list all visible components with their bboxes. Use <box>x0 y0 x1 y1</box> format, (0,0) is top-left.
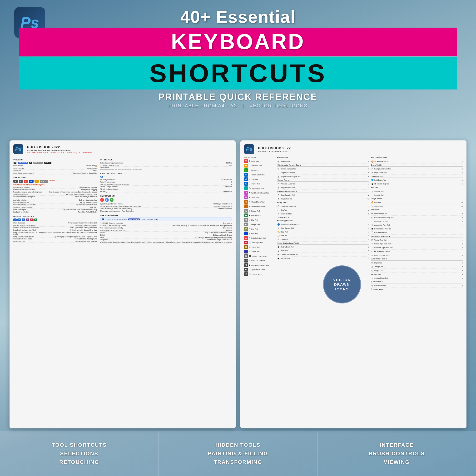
tool-keys-column: Tool shortcut key V ✥ Move Tool M ⬚ Marq… <box>244 157 275 420</box>
left-panel: Ps PHOTOSHOP 2022 EVERY DAY MUST-KNOW KE… <box>10 140 236 428</box>
shortcut-actual-size: Actual Size Ctrl 1 <box>13 170 97 172</box>
ext-freeform-pen: ✒ Freeform Pen Tool P <box>371 212 463 216</box>
ext-3d-mat-drop: ◼ 3D Material Drop Tool G <box>371 182 463 186</box>
sel-add: Add to the selection Shift key & selecti… <box>13 199 97 201</box>
ret-layer: Check layer sampling options in Tool Opt… <box>100 210 232 212</box>
ext-count: # Count Tool I <box>277 238 369 241</box>
ret-sample: Choose a sample point (Healing Brush & C… <box>100 205 232 207</box>
tool-item-w: W ⬚ Object Select Tool <box>244 172 275 177</box>
ext-polygon: ⬡ Polygon Tool U <box>371 269 463 272</box>
ext-content-aware: ✥ Content-Aware Move Tool J <box>277 253 369 256</box>
tool-item-c: C ⌗ Crop Tool <box>244 177 275 181</box>
ext-convert-point: ⌒ Convert Point Tool <box>371 231 463 235</box>
ext-color-sampler: + Color Sampler Tool I <box>277 226 369 230</box>
ext-ruler: 📏 Ruler Tool I <box>277 230 369 234</box>
right-panel-header: Ps PHOTOSHOP 2022 THE TOOLS & THEIR SHOR… <box>244 144 463 154</box>
viewing-keys: H SPACEBAR Z Ctrl+Space Ctrl+Alt <box>13 162 97 164</box>
brush-hardness: Increase or Decrease Brush hardness SHIF… <box>13 227 97 229</box>
tool-item-j: J ✚ Spot Healing Brush Tool <box>244 191 275 195</box>
if-panels: Show/hide Panels & Toolbar Tab <box>100 164 232 167</box>
ext-magic-eraser: ✦ Magic Eraser Tool E <box>371 171 463 175</box>
left-ps-logo: Ps <box>13 144 23 154</box>
sel-reposition: Reposition marquee while selecting: floa… <box>13 191 97 193</box>
tool-color-list: V ✥ Move Tool M ⬚ Marquee Tool L ∿ Lasso… <box>244 159 275 276</box>
ext-magic-wand: ✦ Magic Wand Tool W <box>277 197 369 201</box>
paint-dialog: Fill Dialog Shift Delete <box>100 190 232 193</box>
sel-handles: Use handles to change selection Select >… <box>13 204 97 206</box>
ext-elliptical: ⬭ Elliptical Marquee Tool M <box>277 167 369 171</box>
paint-fill-fg: Fill with Foreground colour Alt Delete <box>100 186 232 188</box>
tool-item-z: Z 🔍 Zoom tool <box>244 249 275 254</box>
panels-row: Ps PHOTOSHOP 2022 EVERY DAY MUST-KNOW KE… <box>10 140 466 428</box>
shortcut-zoom: Zoom in or Out Ctrl+ or Ctrl+- <box>13 167 97 170</box>
brush-opacity: Drag brush to change opacity Type a digi… <box>13 235 97 238</box>
ext-sponge: ○ Sponge Tool O <box>371 204 463 208</box>
brush-softness: Drag brush to change softness (HUD) PC: … <box>13 231 97 235</box>
tool-item-o-blur: O ◌ Blur Tool <box>244 218 275 222</box>
paint-fill-bg: Fill with background colour <box>100 188 232 190</box>
ext-vert-type: Ⓣ Vertical Type Tool T <box>371 238 463 242</box>
ext-line: — Line Tool U <box>371 272 463 276</box>
sel-invert: Select the Inverse (opposite) Shift Ctrl… <box>13 206 97 208</box>
brush-size: Increase or Decrease Brush size ] (incre… <box>13 224 97 227</box>
ext-burn: 🔥 Burn Tool O <box>371 201 463 204</box>
shortcut-fit-window: Fit in Window Double click 🏠 <box>13 165 97 167</box>
tool-item-o-dodge: O ◑ Dodge Tool <box>244 222 275 227</box>
paint-switch: Switch Foreground & Background colours X <box>100 183 232 186</box>
tool-item-v: V ✥ Move Tool <box>244 159 275 163</box>
footer: TOOL SHORTCUTS SELECTIONS RETOUCHING HID… <box>0 431 476 476</box>
retouch-icons: J S ↗ <box>100 198 232 202</box>
tool-item-l: L ∿ Lasso Tool <box>244 168 275 172</box>
ext-triangle: △ Triangle Tool U <box>371 265 463 269</box>
title-40: 40+ Essential <box>19 7 457 27</box>
ext-content-tracing: ⊡ Content-Aware Tracing Tool P <box>371 216 463 220</box>
footer-col2: HIDDEN TOOLS PAINTING & FILLING TRANSFOR… <box>159 431 318 476</box>
shortcut-cursor: Show Cursor (non crosshairs) Caps Lock (… <box>13 172 97 174</box>
vector-circle: VECTOR DRAWN ICONS <box>323 265 361 304</box>
ext-artboard: ⊞ Artboard Tool V <box>277 160 369 164</box>
ext-sharpen: △ Sharpen Tool <box>371 189 463 193</box>
tool-item-x: X ◐ Foreground/Background <box>244 263 275 267</box>
right-col: INTERFACE Switch between open documents … <box>100 157 232 243</box>
left-col: VIEWING H SPACEBAR Z Ctrl+Space Ctrl+Alt… <box>13 157 97 243</box>
trans-warp: Warp When in the Transform dialog "show … <box>100 241 232 243</box>
brush-show: Show Brush size Preferences > Cursor > S… <box>13 222 97 224</box>
ext-patch: ⊛ Patch Tool J <box>277 249 369 253</box>
sel-nontransparent: Select all non-transparent pixels Ctrl+C… <box>13 196 97 198</box>
ext-add-anchor: ✚ Add Anchor Point Tool + <box>371 223 463 227</box>
tool-item-g: G ◼ Gradient Tool <box>244 213 275 218</box>
trans-skew: Skew ctrl S along a bounding box edge (s… <box>100 236 232 239</box>
brush-keys: J B Y S L t <box>13 219 97 221</box>
ret-cycle: Cycle through other tools in group Shift… <box>100 203 232 205</box>
brush-blend: Change Brush blend mode Shift right clic… <box>13 238 97 240</box>
ext-note: 📝 Note Tool I <box>277 234 369 238</box>
subtitle-row: PRINTABLE QUICK REFERENCE PRINTABLE FROM… <box>19 92 457 108</box>
brush-drag: Drag Brush to change size (Hud) PC: Alt … <box>13 229 97 231</box>
trans-perspective: Perspective Shift ctrl Alt drag a corner… <box>100 239 232 241</box>
paint-reset: Reset Default colours D <box>100 181 232 183</box>
tool-item-b: B 🖌 Brush tool <box>244 195 275 200</box>
sel-path: Load path as selection Target the Path, … <box>13 211 97 213</box>
brush-straight: Paint straight line Click last point, Sh… <box>13 240 97 242</box>
tool-item-shift: SHIFT ⇅ Swap Fill & Stroke <box>244 258 275 263</box>
ext-vert-type-mask: ⊤ Vertical Type Mask Tool T <box>371 242 463 246</box>
extended-tools-col2: History Brush Tool Y 🎨 Art History Brush… <box>371 157 463 420</box>
trans-distort: Distort Ctrl corner Handle & drag <box>100 234 232 236</box>
tool-item-y: Y 🖌 History Brush Tool <box>244 204 275 208</box>
right-panel: VECTOR DRAWN ICONS Ps PHOTOSHOP 2022 THE… <box>240 140 466 428</box>
tool-item-t: T T Type Tool <box>244 231 275 236</box>
ext-polygonal: △ Polygonal Lasso Tool L <box>277 182 369 186</box>
left-panel-header: Ps PHOTOSHOP 2022 EVERY DAY MUST-KNOW KE… <box>13 144 232 154</box>
title-keyboard-wrap: KEYBOARD <box>19 28 457 56</box>
ext-healing: ✚ Healing Brush Tool J <box>277 245 369 249</box>
selecting-keys: M L C W K Ctrl+2 Deselect <box>13 180 97 183</box>
painting-keys: B <box>100 176 232 178</box>
ext-horiz-type-mask: ⊤ Horizontal Type Mask Tool T <box>371 246 463 250</box>
tool-item-k: K ⬚ Frame Tool <box>244 182 275 186</box>
tool-item-a: A ↖ Path Selection Tool <box>244 236 275 240</box>
ext-smudge: ~ Smudge Tool <box>371 193 463 197</box>
ext-quick-sel: ⊙ Quick Selection Tool W <box>277 193 369 197</box>
transform-box: V + Works on a Selection or layer Enter … <box>100 218 232 221</box>
ext-single-col: | Single Column marquee Tool M <box>277 175 369 178</box>
right-ps-logo: Ps <box>244 144 254 154</box>
